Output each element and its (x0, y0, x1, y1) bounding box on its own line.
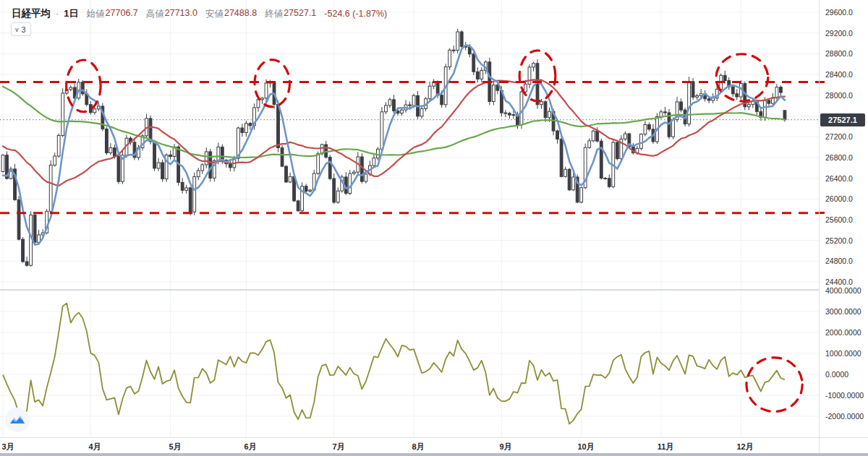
ohlc-low: 安値27488.8 (205, 8, 257, 20)
price-tick: 28400.0 (825, 70, 853, 79)
price-tick: 26400.0 (825, 174, 853, 183)
support-axis-mark (820, 212, 825, 214)
price-tick: 24400.0 (825, 278, 853, 286)
legend-separator: · (56, 8, 59, 19)
month-label: 8月 (412, 442, 424, 452)
trading-chart-app: 日経平均 · 1日 始値27706.7 高値27713.0 安値27488.8 … (0, 0, 868, 456)
ohlc-high: 高値27713.0 (146, 8, 197, 20)
indicators-collapse-toggle[interactable]: ∨ 3 (11, 22, 31, 36)
ohlc-close: 終値27527.1 (265, 8, 316, 20)
momentum-tick: -2000.0000 (825, 412, 864, 421)
interval-label[interactable]: 1日 (64, 7, 78, 20)
resistance-axis-mark (820, 81, 825, 83)
chart-canvas[interactable] (0, 0, 868, 456)
mountain-chart-icon (9, 412, 25, 428)
last-price-tag: 27527.1 (820, 113, 865, 126)
price-tick: 28800.0 (825, 49, 853, 58)
symbol-name[interactable]: 日経平均 (12, 7, 51, 20)
chevron-down-icon: ∨ (14, 26, 20, 33)
price-axis-border (819, 0, 820, 456)
month-label: 12月 (736, 442, 753, 452)
price-tick: 24800.0 (825, 257, 853, 265)
month-label: 5月 (169, 442, 181, 452)
price-tick: 26000.0 (825, 194, 853, 203)
momentum-tick: 4000.0000 (825, 286, 861, 295)
month-label: 6月 (244, 442, 256, 452)
momentum-tick: 2000.0000 (825, 328, 861, 337)
time-axis-border (0, 437, 868, 438)
month-label: 7月 (332, 442, 344, 452)
price-tick: 27200.0 (825, 132, 853, 141)
price-tick: 28000.0 (825, 91, 853, 100)
momentum-tick: -1000.0000 (825, 391, 864, 400)
month-label: 9月 (499, 442, 511, 452)
price-tick: 25200.0 (825, 236, 853, 245)
month-label: 10月 (577, 442, 594, 452)
panel-divider[interactable] (0, 289, 820, 291)
month-label: 3月 (1, 442, 14, 452)
indicator-count: 3 (22, 25, 26, 34)
month-label: 4月 (88, 442, 101, 452)
price-tick: 29600.0 (825, 8, 853, 17)
momentum-tick: 0.0000 (825, 370, 848, 379)
price-tick: 26800.0 (825, 153, 853, 162)
chart-provider-logo[interactable] (5, 408, 30, 432)
chart-legend-header[interactable]: 日経平均 · 1日 始値27706.7 高値27713.0 安値27488.8 … (12, 7, 387, 20)
price-tick: 29200.0 (825, 29, 853, 38)
price-tick: 25600.0 (825, 215, 853, 224)
change-value: -524.6 (-1.87%) (324, 9, 387, 19)
bottom-scroll-strip[interactable] (0, 453, 868, 456)
ohlc-open: 始値27706.7 (87, 8, 138, 20)
momentum-tick: 1000.0000 (825, 349, 861, 358)
momentum-tick: 3000.0000 (825, 307, 861, 316)
month-label: 11月 (658, 442, 674, 452)
